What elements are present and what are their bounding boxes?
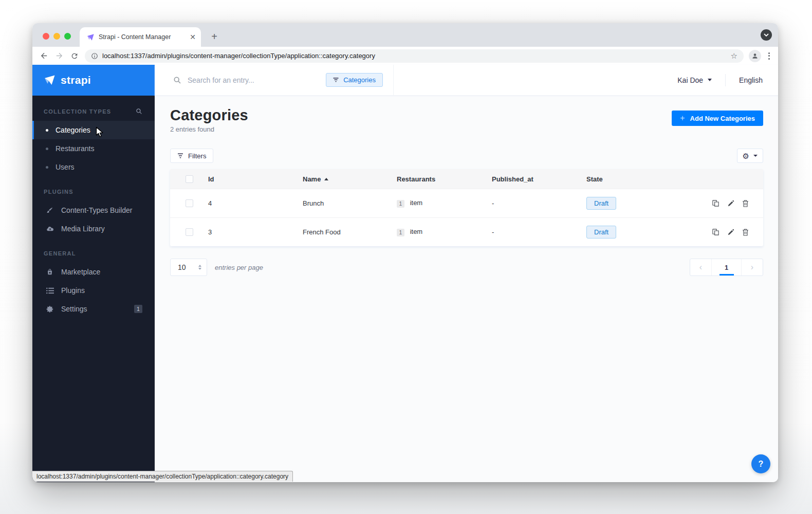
main-header: Categories Kai Doe English xyxy=(155,65,778,96)
filter-icon xyxy=(333,78,339,82)
reload-button[interactable] xyxy=(69,51,80,61)
chevron-down-icon xyxy=(764,33,769,36)
search-zone: Categories xyxy=(155,65,394,95)
sidebar-item-content-types-builder[interactable]: Content-Types Builder xyxy=(32,201,155,219)
new-tab-button[interactable]: + xyxy=(208,31,220,43)
gear-icon: ⚙ xyxy=(743,152,749,160)
cell-restaurants: 1 item xyxy=(397,199,492,207)
sidebar-item-categories[interactable]: Categories xyxy=(32,121,155,139)
table-row[interactable]: 3 French Food 1 item - Draft xyxy=(170,217,763,246)
duplicate-icon[interactable] xyxy=(712,228,719,236)
table-footer: 10 entries per page ‹ 1 › xyxy=(170,259,763,276)
row-checkbox[interactable] xyxy=(186,228,193,236)
cell-state: Draft xyxy=(586,226,763,238)
column-header-restaurants[interactable]: Restaurants xyxy=(397,175,492,183)
bookmark-star-icon[interactable]: ☆ xyxy=(731,51,737,61)
cell-published-at: - xyxy=(492,228,586,236)
url-text[interactable]: localhost:1337/admin/plugins/content-man… xyxy=(102,52,727,60)
cell-name: Brunch xyxy=(303,199,397,207)
add-new-categories-button[interactable]: + Add New Categories xyxy=(672,111,763,126)
row-actions xyxy=(712,228,749,236)
user-menu[interactable]: Kai Doe xyxy=(677,76,712,84)
edit-icon[interactable] xyxy=(727,200,734,207)
close-window-button[interactable] xyxy=(43,33,49,40)
count-badge: 1 xyxy=(397,200,404,208)
select-all-checkbox[interactable] xyxy=(186,175,193,183)
forward-button[interactable] xyxy=(54,51,64,61)
delete-icon[interactable] xyxy=(742,229,749,236)
divider xyxy=(725,74,726,86)
filters-button[interactable]: Filters xyxy=(170,149,213,163)
edit-icon[interactable] xyxy=(727,229,734,236)
section-plugins: PLUGINS xyxy=(32,176,155,201)
sidebar-item-plugins[interactable]: Plugins xyxy=(32,281,155,300)
next-page-button[interactable]: › xyxy=(742,259,763,276)
per-page-control: 10 entries per page xyxy=(170,259,263,276)
page-info-icon[interactable] xyxy=(91,52,98,60)
cell-restaurants: 1 item xyxy=(397,228,492,236)
back-button[interactable] xyxy=(39,51,49,61)
cell-name: French Food xyxy=(303,228,397,236)
column-header-state[interactable]: State xyxy=(586,175,763,183)
title-row: Categories 2 entries found + Add New Cat… xyxy=(170,107,763,133)
filter-icon xyxy=(177,153,183,158)
content-canvas: Categories 2 entries found + Add New Cat… xyxy=(155,96,778,482)
sidebar-item-users[interactable]: Users xyxy=(32,158,155,176)
browser-profile-avatar[interactable] xyxy=(749,50,761,62)
downloads-button[interactable] xyxy=(761,29,772,41)
bullet-icon xyxy=(46,166,48,169)
sidebar-item-settings[interactable]: Settings 1 xyxy=(32,300,155,318)
strapi-logo-icon xyxy=(44,74,56,86)
column-header-published-at[interactable]: Published_at xyxy=(492,175,586,183)
sidebar-item-marketplace[interactable]: Marketplace xyxy=(32,263,155,281)
cloud-upload-icon xyxy=(46,225,54,233)
settings-badge: 1 xyxy=(134,305,142,313)
per-page-select[interactable]: 10 xyxy=(170,259,207,276)
stepper-icon xyxy=(198,265,201,270)
previous-page-button[interactable]: ‹ xyxy=(690,259,711,276)
minimize-window-button[interactable] xyxy=(53,33,60,40)
entries-table: Id Name Restaurants Published_at State 4… xyxy=(170,169,763,246)
current-page[interactable]: 1 xyxy=(711,259,742,276)
sort-ascending-icon xyxy=(324,178,328,180)
pagination: ‹ 1 › xyxy=(690,259,763,276)
shopping-bag-icon xyxy=(46,268,54,276)
search-input[interactable] xyxy=(188,76,326,84)
search-icon[interactable] xyxy=(136,108,142,115)
sidebar-item-media-library[interactable]: Media Library xyxy=(32,219,155,238)
tab-title: Strapi - Content Manager xyxy=(99,33,186,41)
column-header-id[interactable]: Id xyxy=(208,175,303,183)
window-controls xyxy=(43,33,71,40)
row-checkbox[interactable] xyxy=(186,199,193,207)
cell-id: 4 xyxy=(208,199,303,207)
browser-menu-icon[interactable] xyxy=(766,52,772,60)
help-button[interactable]: ? xyxy=(751,454,770,473)
strapi-logo[interactable]: strapi xyxy=(32,65,155,96)
main-area: Categories Kai Doe English Categories xyxy=(155,65,778,482)
per-page-label: entries per page xyxy=(215,264,263,271)
column-header-name[interactable]: Name xyxy=(303,175,397,183)
entries-count: 2 entries found xyxy=(170,125,248,133)
delete-icon[interactable] xyxy=(742,200,749,207)
section-collection-types: COLLECTION TYPES xyxy=(32,96,155,121)
url-bar[interactable]: localhost:1337/admin/plugins/content-man… xyxy=(85,49,744,63)
user-zone: Kai Doe English xyxy=(677,74,778,86)
page-title: Categories xyxy=(170,107,248,124)
chevron-down-icon xyxy=(753,155,758,157)
language-selector[interactable]: English xyxy=(739,76,763,84)
zoom-window-button[interactable] xyxy=(64,33,71,40)
bullet-icon xyxy=(46,129,48,132)
chevron-down-icon xyxy=(708,79,712,81)
brand-wordmark: strapi xyxy=(61,74,91,86)
duplicate-icon[interactable] xyxy=(712,199,719,207)
table-settings-button[interactable]: ⚙ xyxy=(737,149,763,163)
browser-tab[interactable]: Strapi - Content Manager ✕ xyxy=(80,27,201,47)
row-actions xyxy=(712,199,749,207)
section-general: GENERAL xyxy=(32,238,155,263)
sidebar: strapi COLLECTION TYPES Categories Resta… xyxy=(32,65,155,482)
sidebar-item-restaurants[interactable]: Restaurants xyxy=(32,139,155,158)
browser-tab-strip: Strapi - Content Manager ✕ + xyxy=(32,23,778,47)
table-row[interactable]: 4 Brunch 1 item - Draft xyxy=(170,189,763,217)
content-type-filter-chip[interactable]: Categories xyxy=(326,73,383,87)
tab-close-icon[interactable]: ✕ xyxy=(190,33,196,41)
